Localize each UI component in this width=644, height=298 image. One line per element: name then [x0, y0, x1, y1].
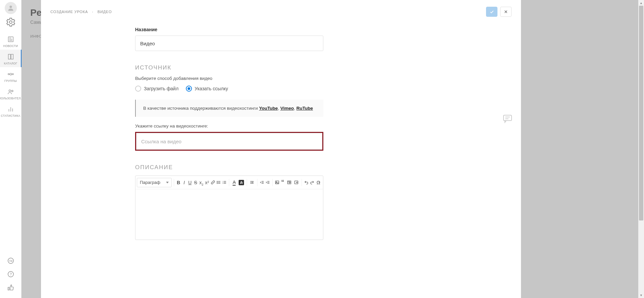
align-button[interactable] [249, 178, 255, 187]
subscript-button[interactable]: x2 [199, 178, 204, 187]
modal: СОЗДАНИЕ УРОКА › ВИДЕО Название ИСТОЧНИК… [41, 0, 521, 298]
bold-icon: B [177, 180, 180, 185]
sidebar: НОВОСТИ КАТАЛОГ ГРУППЫ ПОЛЬЗОВАТЕЛ.. СТА… [0, 0, 22, 298]
image-button[interactable] [275, 178, 280, 187]
bullet-list-icon [216, 180, 221, 185]
rich-text-editor: Параграф B I U S x2 x2 123 A A [135, 176, 323, 240]
align-icon [249, 180, 254, 185]
quote-button[interactable]: “ [280, 178, 285, 187]
svg-rect-48 [294, 181, 298, 184]
underline-icon: U [188, 180, 192, 185]
italic-button[interactable]: I [182, 178, 187, 187]
link-icon [210, 180, 215, 185]
sidebar-item-news[interactable]: НОВОСТИ [0, 32, 22, 50]
editor-textarea[interactable] [135, 189, 323, 240]
link-input-highlight [135, 132, 323, 151]
svg-rect-7 [11, 54, 13, 59]
radio-upload-file[interactable]: Загрузить файл [135, 86, 178, 92]
video-link-input[interactable] [136, 133, 322, 150]
link-youtube[interactable]: YouTube [259, 106, 278, 111]
svg-rect-43 [275, 181, 279, 184]
radio-specify-link[interactable]: Указать ссылку [186, 86, 228, 92]
svg-point-24 [217, 183, 217, 184]
sidebar-item-label: ПОЛЬЗОВАТЕЛ.. [0, 97, 23, 100]
description-section-title: ОПИСАНИЕ [135, 164, 323, 171]
sidebar-item-label: ГРУППЫ [4, 79, 17, 83]
news-icon [7, 36, 14, 43]
highlight-button[interactable]: A [238, 178, 244, 187]
bold-button[interactable]: B [176, 178, 181, 187]
comment-icon [502, 113, 513, 124]
sidebar-item-label: НОВОСТИ [3, 44, 18, 48]
toolbar-separator [229, 179, 229, 186]
svg-point-11 [9, 90, 11, 92]
svg-point-12 [11, 90, 13, 92]
indent-button[interactable] [265, 178, 270, 187]
superscript-button[interactable]: x2 [205, 178, 210, 187]
breadcrumb-item[interactable]: СОЗДАНИЕ УРОКА [50, 10, 88, 14]
chevron-right-icon: › [92, 10, 93, 14]
source-section-title: ИСТОЧНИК [135, 64, 323, 71]
radio-icon [135, 86, 141, 92]
number-list-button[interactable]: 123 [222, 178, 227, 187]
svg-text:3: 3 [222, 183, 223, 184]
gear-icon [5, 17, 16, 28]
user-icon [7, 4, 14, 12]
underline-button[interactable]: U [188, 178, 193, 187]
sidebar-item-label: СТАТИСТИКА [1, 114, 21, 117]
close-button[interactable] [500, 7, 512, 17]
paragraph-select[interactable]: Параграф [137, 178, 172, 187]
sidebar-item-stats[interactable]: СТАТИСТИКА [0, 102, 22, 119]
catalog-icon [7, 53, 14, 60]
embed-button[interactable] [293, 178, 299, 187]
image-icon [275, 180, 280, 185]
modal-header: СОЗДАНИЕ УРОКА › ВИДЕО [41, 0, 521, 20]
outdent-button[interactable] [259, 178, 265, 187]
svg-rect-50 [504, 115, 512, 120]
sidebar-item-groups[interactable]: ГРУППЫ [0, 67, 22, 85]
link-rutube[interactable]: RuTube [296, 106, 313, 111]
outdent-icon [259, 180, 265, 185]
undo-icon [304, 180, 309, 185]
toolbar-separator [301, 179, 302, 186]
text-color-button[interactable]: A [231, 178, 237, 187]
settings-button[interactable] [5, 17, 16, 28]
special-char-button[interactable]: Ω [315, 178, 322, 187]
redo-icon [310, 180, 315, 185]
scroll-down-icon[interactable]: ▼ [638, 292, 644, 298]
svg-text:Aa: Aa [9, 259, 12, 262]
link-vimeo[interactable]: Vimeo [280, 106, 294, 111]
vertical-scrollbar[interactable]: ▲ ▼ [638, 0, 644, 298]
confirm-button[interactable] [486, 7, 497, 17]
sidebar-item-users[interactable]: ПОЛЬЗОВАТЕЛ.. [0, 85, 22, 102]
link-button[interactable] [210, 178, 215, 187]
strike-icon: S [194, 180, 197, 185]
superscript-icon: x2 [205, 180, 209, 185]
language-button[interactable]: Aa [7, 257, 14, 264]
avatar[interactable] [5, 2, 17, 14]
bullet-list-button[interactable] [216, 178, 221, 187]
name-input[interactable] [135, 36, 323, 51]
svg-point-22 [217, 181, 217, 182]
svg-point-10 [12, 73, 13, 75]
users-icon [7, 88, 14, 95]
svg-text:?: ? [10, 272, 12, 276]
scrollbar-thumb[interactable] [639, 6, 643, 220]
comment-button[interactable] [502, 113, 513, 123]
feedback-button[interactable] [7, 284, 14, 291]
undo-button[interactable] [304, 178, 309, 187]
check-icon [489, 9, 494, 14]
quote-icon: “ [281, 179, 284, 186]
strike-button[interactable]: S [193, 178, 198, 187]
svg-point-9 [8, 73, 9, 75]
stats-icon [7, 105, 14, 113]
scroll-up-icon[interactable]: ▲ [638, 0, 644, 6]
sidebar-item-catalog[interactable]: КАТАЛОГ [0, 50, 22, 67]
radio-icon [186, 86, 192, 92]
help-button[interactable]: ? [7, 270, 14, 278]
table-button[interactable] [286, 178, 292, 187]
redo-button[interactable] [310, 178, 315, 187]
editor-toolbar: Параграф B I U S x2 x2 123 A A [135, 176, 323, 189]
sidebar-item-label: КАТАЛОГ [4, 62, 17, 65]
embed-icon [294, 180, 299, 185]
